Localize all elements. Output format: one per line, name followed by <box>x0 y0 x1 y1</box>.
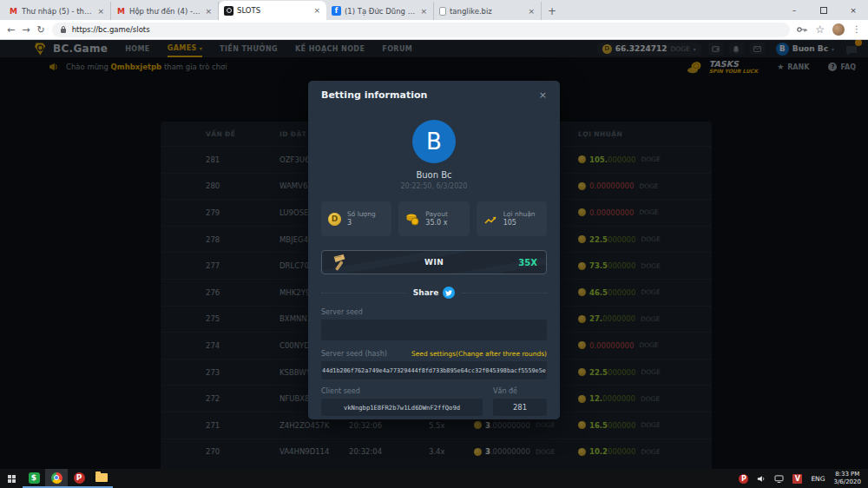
windows-taskbar: $P P V ENG 8:33 PM 3/6/2020 <box>0 469 868 488</box>
betting-information-modal: Betting information × B Buon Bc 20:22:50… <box>308 81 560 419</box>
taskbar-apps: $P <box>23 469 113 488</box>
screen: MThư nháp (5) - thoai14071997@×MHộp thư … <box>0 0 868 488</box>
window-controls: – × <box>779 0 868 20</box>
gmail-icon: M <box>116 6 126 16</box>
tab-title: Thư nháp (5) - thoai14071997@ <box>22 7 93 16</box>
new-tab-button[interactable]: + <box>542 3 562 20</box>
share-label: Share <box>413 288 439 297</box>
stat-value: 105 <box>503 219 536 228</box>
window-minimize-button[interactable]: – <box>779 0 809 20</box>
key-icon[interactable] <box>797 26 807 33</box>
divider <box>462 293 547 293</box>
tab-close-icon[interactable]: × <box>312 6 321 15</box>
money-app-icon: $ <box>29 472 40 484</box>
issue-field[interactable]: 281 <box>493 399 547 416</box>
stat-card: Lợi nhuận105 <box>477 201 547 236</box>
player-name: Buon Bc <box>321 170 547 180</box>
url-text: https://bc.game/slots <box>72 25 150 34</box>
stat-value: 35.0 x <box>425 219 448 228</box>
coins-stack-icon <box>405 213 419 226</box>
v-app-icon[interactable]: V <box>792 474 802 484</box>
windows-logo-icon <box>8 475 16 483</box>
browser-menu-icon[interactable]: ⋮ <box>852 25 861 34</box>
browser-tab[interactable]: tanglike.biz× <box>434 2 542 20</box>
tab-list: MThư nháp (5) - thoai14071997@×MHộp thư … <box>0 0 542 20</box>
back-button[interactable]: ← <box>7 25 15 35</box>
gmail-icon: M <box>9 6 18 16</box>
tab-close-icon[interactable]: × <box>527 7 536 16</box>
stat-card: DSố lượng3 <box>321 201 391 236</box>
client-seed-field[interactable]: vkNngbp1E8FR2b7w1Ld6DWnF2ffQo9d <box>321 399 483 416</box>
trend-up-icon <box>483 214 497 225</box>
window-maximize-button[interactable] <box>809 0 838 20</box>
taskbar-app[interactable] <box>90 469 113 488</box>
chrome-icon <box>51 472 62 484</box>
seed-settings-link[interactable]: Seed settings(Change after three rounds) <box>411 350 547 358</box>
bet-datetime: 20:22:50, 6/3/2020 <box>321 182 547 190</box>
server-seed-label: Server seed <box>321 308 547 316</box>
url-bar[interactable]: https://bc.game/slots <box>52 23 791 37</box>
browser-tab[interactable]: MHộp thư đến (4) - bcgameboun× <box>111 2 219 20</box>
tab-title: (1) Tạ Đức Dũng - Bóng Thanh N <box>345 7 416 16</box>
reload-button[interactable]: ↻ <box>36 25 44 35</box>
file-explorer-icon <box>95 473 108 482</box>
bcgame-favicon <box>224 6 233 16</box>
hammer-icon <box>331 254 350 271</box>
bet-stats: DSố lượng3Payout35.0 xLợi nhuận105 <box>321 201 547 236</box>
share-row: Share <box>321 287 547 299</box>
browser-tab[interactable]: SLOTS× <box>219 1 326 20</box>
browser-profile-avatar[interactable] <box>832 23 845 36</box>
server-seed-hash-field[interactable]: 44d1b206f762a749e4a77329444f8fd733b895e6… <box>321 361 547 379</box>
stat-card: Payout35.0 x <box>398 201 469 236</box>
clock-date: 3/6/2020 <box>834 478 861 486</box>
lock-icon <box>60 25 67 34</box>
server-seed-field[interactable] <box>321 320 547 340</box>
facebook-icon: f <box>332 6 341 16</box>
tab-title: SLOTS <box>237 6 309 15</box>
issue-label: Vấn đề <box>493 387 547 395</box>
bookmark-star-icon[interactable]: ☆ <box>815 24 825 35</box>
maximize-icon <box>820 7 827 14</box>
browser-tab[interactable]: f(1) Tạ Đức Dũng - Bóng Thanh N× <box>326 2 434 20</box>
language-indicator[interactable]: ENG <box>811 475 825 483</box>
coin-icon: D <box>328 213 341 226</box>
clock[interactable]: 8:33 PM 3/6/2020 <box>834 471 861 487</box>
tab-close-icon[interactable]: × <box>96 7 105 16</box>
twitter-share-button[interactable] <box>443 287 455 299</box>
p-app-icon: P <box>74 472 85 484</box>
address-bar-actions: ☆ ⋮ <box>797 23 861 36</box>
stat-label: Payout <box>425 210 448 220</box>
tab-close-icon[interactable]: × <box>419 7 428 16</box>
network-icon[interactable] <box>774 475 784 483</box>
result-multiplier: 35X <box>518 258 537 267</box>
stat-label: Lợi nhuận <box>503 210 536 220</box>
browser-address-bar: ← → ↻ https://bc.game/slots ☆ ⋮ <box>0 20 868 40</box>
server-seed-hash-label: Server seed (hash) <box>321 350 387 358</box>
modal-title: Betting information <box>321 89 427 101</box>
win-result-bar: WIN 35X <box>321 250 547 274</box>
clock-time: 8:33 PM <box>834 471 861 478</box>
start-button[interactable] <box>0 469 23 488</box>
taskbar-app[interactable]: P <box>68 469 90 488</box>
divider <box>321 293 406 293</box>
tab-close-icon[interactable]: × <box>204 7 213 16</box>
twitter-bird-icon <box>445 290 452 296</box>
system-tray: P V ENG 8:33 PM 3/6/2020 <box>739 469 868 488</box>
forward-button[interactable]: → <box>22 25 30 35</box>
stat-label: Số lượng <box>347 210 376 220</box>
page-icon <box>439 7 446 16</box>
player-avatar: B <box>412 120 456 163</box>
browser-tab[interactable]: MThư nháp (5) - thoai14071997@× <box>3 2 111 20</box>
tab-title: tanglike.biz <box>450 7 523 16</box>
p-tray-icon[interactable]: P <box>739 474 748 484</box>
modal-close-button[interactable]: × <box>539 89 547 101</box>
stat-value: 3 <box>347 219 376 228</box>
browser-tab-strip: MThư nháp (5) - thoai14071997@×MHộp thư … <box>0 0 868 20</box>
window-close-button[interactable]: × <box>838 0 868 20</box>
result-label: WIN <box>350 258 518 267</box>
taskbar-app[interactable] <box>45 469 68 488</box>
volume-icon[interactable] <box>757 475 766 483</box>
client-seed-label: Client seed <box>321 387 483 395</box>
taskbar-app[interactable]: $ <box>23 469 45 488</box>
tab-title: Hộp thư đến (4) - bcgameboun <box>129 7 201 16</box>
